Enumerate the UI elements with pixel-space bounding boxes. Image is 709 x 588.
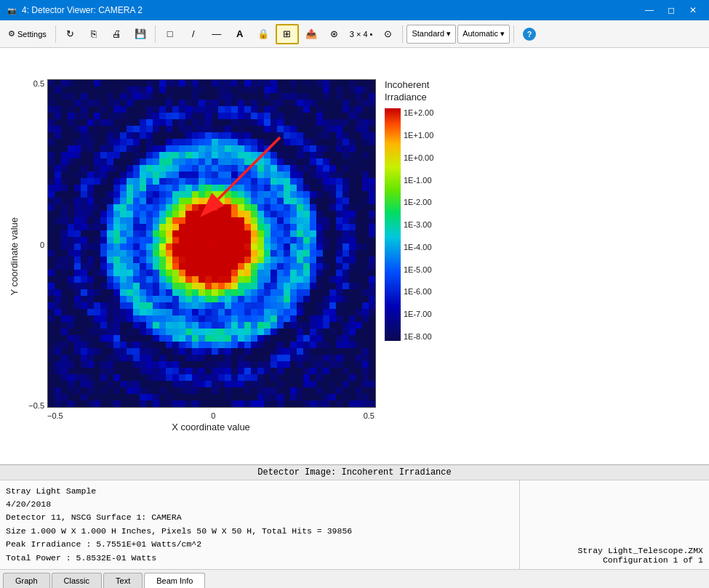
refresh-button[interactable]: ↻ xyxy=(60,24,81,44)
info-line-5: Total Power : 5.8532E-01 Watts xyxy=(6,552,513,565)
plot-wrapper xyxy=(47,79,376,410)
info-left: Stray Light Sample 4/20/2018 Detector 11… xyxy=(0,480,520,569)
y-tick-2: 0 xyxy=(40,241,44,249)
target-button[interactable]: ⊙ xyxy=(377,24,398,44)
cb-tick-6: 1E-4.00 xyxy=(404,243,433,251)
cb-tick-0: 1E+2.00 xyxy=(404,108,433,117)
cb-tick-8: 1E-6.00 xyxy=(404,287,433,296)
info-panel: Detector Image: Incoherent Irradiance St… xyxy=(0,464,709,569)
minimize-button[interactable]: — xyxy=(639,3,660,17)
colorbar-container: IncoherentIrradiance 1E+2.00 1E+1.00 1E+… xyxy=(385,79,433,410)
export-icon: 📤 xyxy=(305,28,317,40)
plot-with-axes: Y coordinate value 0.5 0 −0.5 xyxy=(7,55,702,457)
x-ticks: −0.5 0 0.5 xyxy=(47,411,374,420)
copy-icon: ⎘ xyxy=(88,28,100,40)
y-tick-4: −0.5 xyxy=(28,401,44,410)
info-line-2: Detector 11, NSCG Surface 1: CAMERA xyxy=(6,511,513,524)
main-content: Y coordinate value 0.5 0 −0.5 xyxy=(0,48,709,588)
help-icon: ? xyxy=(523,28,536,41)
y-axis-label: Y coordinate value xyxy=(7,217,21,295)
info-line-1: 4/20/2018 xyxy=(6,498,513,511)
app-icon: 📷 xyxy=(6,4,17,16)
toolbar-separator-3 xyxy=(402,25,403,43)
plot-right: 0.5 0 −0.5 xyxy=(21,79,702,432)
text-tool-button[interactable]: A xyxy=(229,24,251,44)
dash-icon: — xyxy=(211,28,223,40)
y-ticks: 0.5 0 −0.5 xyxy=(21,79,47,410)
dash-tool-button[interactable]: — xyxy=(206,24,228,44)
rect-tool-button[interactable]: □ xyxy=(159,24,181,44)
cb-tick-1: 1E+1.00 xyxy=(404,131,433,140)
x-tick-2: 0 xyxy=(211,411,215,420)
restore-button[interactable]: ◻ xyxy=(661,3,681,17)
plot-and-colorbar: IncoherentIrradiance 1E+2.00 1E+1.00 1E+… xyxy=(47,79,702,410)
close-button[interactable]: ✕ xyxy=(683,3,703,17)
cb-tick-2: 1E+0.00 xyxy=(404,153,433,162)
plot-container: Y coordinate value 0.5 0 −0.5 xyxy=(7,55,702,457)
line-tool-button[interactable]: / xyxy=(183,24,204,44)
x-tick-4: 0.5 xyxy=(364,411,374,420)
cb-tick-10: 1E-8.00 xyxy=(404,332,433,341)
save-icon: 💾 xyxy=(135,28,146,40)
grid-button[interactable]: ⊞ xyxy=(276,24,299,44)
refresh-icon: ↻ xyxy=(65,28,76,40)
info-line-4: Peak Irradiance : 5.7551E+01 Watts/cm^2 xyxy=(6,538,513,551)
line-icon: / xyxy=(188,28,199,40)
standard-dropdown[interactable]: Standard ▾ xyxy=(406,25,456,44)
colorbar-wrap: 1E+2.00 1E+1.00 1E+0.00 1E-1.00 1E-2.00 … xyxy=(385,108,433,341)
info-body: Stray Light Sample 4/20/2018 Detector 11… xyxy=(0,480,709,569)
toolbar-separator-2 xyxy=(155,25,156,43)
info-right-line-0: Stray Light_Telescope.ZMX xyxy=(577,546,703,555)
window-title: 4: Detector Viewer: CAMERA 2 xyxy=(22,5,143,15)
cb-tick-7: 1E-5.00 xyxy=(404,265,433,274)
info-line-3: Size 1.000 W X 1.000 H Inches, Pixels 50… xyxy=(6,525,513,538)
toolbar-separator-4 xyxy=(513,25,514,43)
title-controls: — ◻ ✕ xyxy=(639,3,703,17)
cb-tick-3: 1E-1.00 xyxy=(404,176,433,185)
info-right: Stray Light_Telescope.ZMX Configuration … xyxy=(520,480,709,569)
settings-icon: ⚙ xyxy=(8,29,15,39)
cb-tick-5: 1E-3.00 xyxy=(404,220,433,229)
layers-icon: ⊛ xyxy=(329,28,340,40)
save-button[interactable]: 💾 xyxy=(129,24,151,44)
lock-icon: 🔒 xyxy=(257,28,269,40)
tab-text[interactable]: Text xyxy=(103,573,143,588)
copy-button[interactable]: ⎘ xyxy=(83,24,105,44)
grid-icon: ⊞ xyxy=(281,28,293,40)
colorbar-title: IncoherentIrradiance xyxy=(385,79,429,104)
rect-icon: □ xyxy=(164,28,176,40)
cb-tick-9: 1E-7.00 xyxy=(404,310,433,318)
grid-label: 3 × 4 • xyxy=(347,30,376,39)
tab-beam-info[interactable]: Beam Info xyxy=(144,573,205,588)
x-axis-label: X coordinate value xyxy=(47,422,374,432)
help-button[interactable]: ? xyxy=(518,24,541,44)
print-button[interactable]: 🖨 xyxy=(106,24,128,44)
toolbar: ⚙ Settings ↻ ⎘ 🖨 💾 □ / — A 🔒 ⊞ 📤 ⊛ 3 × 4… xyxy=(0,20,709,48)
target-icon: ⊙ xyxy=(382,28,393,40)
lock-button[interactable]: 🔒 xyxy=(252,24,274,44)
export-button[interactable]: 📤 xyxy=(300,24,322,44)
y-ticks-and-plot: 0.5 0 −0.5 xyxy=(21,79,702,410)
colorbar-ticks: 1E+2.00 1E+1.00 1E+0.00 1E-1.00 1E-2.00 … xyxy=(404,108,433,341)
print-icon: 🖨 xyxy=(111,28,123,40)
x-tick-0: −0.5 xyxy=(47,411,63,420)
tab-graph[interactable]: Graph xyxy=(3,573,50,588)
tab-classic[interactable]: Classic xyxy=(52,573,102,588)
colorbar-canvas xyxy=(385,108,401,341)
info-title: Detector Image: Incoherent Irradiance xyxy=(0,465,709,480)
y-tick-0: 0.5 xyxy=(33,79,44,88)
info-right-line-1: Configuration 1 of 1 xyxy=(603,555,703,565)
layers-button[interactable]: ⊛ xyxy=(324,24,345,44)
info-line-0: Stray Light Sample xyxy=(6,485,513,498)
heatmap-canvas[interactable] xyxy=(47,79,376,408)
title-bar: 📷 4: Detector Viewer: CAMERA 2 — ◻ ✕ xyxy=(0,0,709,20)
text-icon: A xyxy=(234,28,246,40)
toolbar-separator-1 xyxy=(55,25,56,43)
automatic-dropdown[interactable]: Automatic ▾ xyxy=(457,25,510,44)
cb-tick-4: 1E-2.00 xyxy=(404,198,433,206)
tab-bar: Graph Classic Text Beam Info xyxy=(0,569,709,588)
chart-area: Y coordinate value 0.5 0 −0.5 xyxy=(0,48,709,464)
settings-button[interactable]: ⚙ Settings xyxy=(3,24,52,44)
